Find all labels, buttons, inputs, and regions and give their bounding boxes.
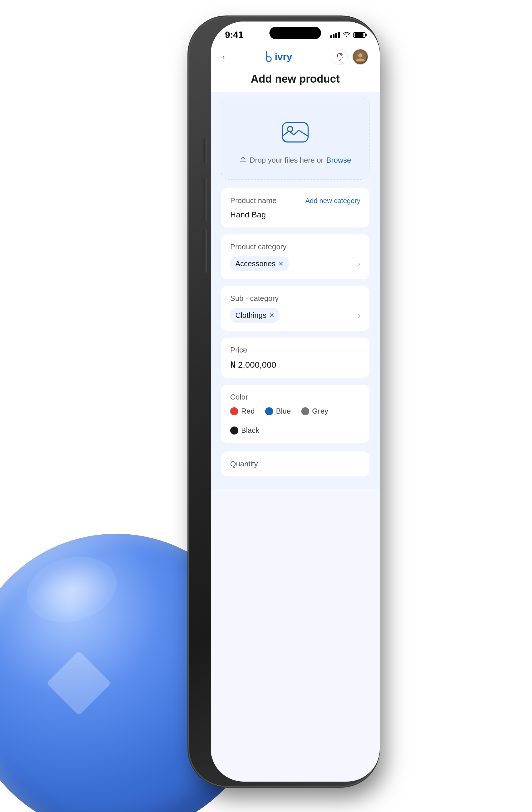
header-right-icons bbox=[331, 49, 368, 65]
logo-icon bbox=[264, 51, 273, 62]
category-chip-remove[interactable]: ✕ bbox=[278, 260, 283, 267]
browse-link[interactable]: Browse bbox=[326, 156, 351, 165]
blue-dot bbox=[265, 407, 273, 415]
color-option-red[interactable]: Red bbox=[230, 407, 255, 416]
sphere-diamond bbox=[46, 651, 111, 716]
svg-rect-3 bbox=[282, 122, 308, 142]
grey-dot bbox=[301, 407, 309, 415]
status-time: 9:41 bbox=[225, 30, 243, 40]
status-icons bbox=[330, 31, 366, 39]
upload-text: Drop your files here or Browse bbox=[239, 156, 351, 165]
price-label-row: Price bbox=[230, 346, 360, 354]
color-options: Red Blue Grey Black bbox=[230, 407, 360, 435]
volume-down-button bbox=[204, 230, 207, 273]
content-area: Drop your files here or Browse Product n… bbox=[211, 92, 380, 489]
battery-icon bbox=[353, 32, 366, 38]
mute-button bbox=[204, 138, 207, 163]
sub-category-chip-row: Clothings ✕ › bbox=[230, 308, 360, 323]
page-title: Add new product bbox=[222, 73, 368, 85]
product-name-input[interactable] bbox=[230, 210, 360, 219]
phone-mockup: 9:41 bbox=[172, 17, 396, 786]
product-name-section: Product name Add new category bbox=[221, 188, 369, 228]
back-button[interactable]: ‹ bbox=[222, 52, 225, 61]
sub-category-chevron-icon[interactable]: › bbox=[358, 311, 360, 320]
color-section: Color Red Blue Grey bbox=[221, 385, 369, 443]
svg-point-0 bbox=[340, 53, 342, 56]
quantity-label: Quantity bbox=[230, 460, 258, 468]
category-chips: Accessories ✕ bbox=[230, 257, 289, 271]
notification-button[interactable] bbox=[331, 49, 348, 65]
drop-text: Drop your files here or bbox=[250, 156, 323, 165]
color-label-blue: Blue bbox=[276, 407, 291, 416]
category-chip-text: Accessories bbox=[235, 259, 276, 268]
sub-category-section: Sub - category Clothings ✕ › bbox=[221, 286, 369, 331]
avatar[interactable] bbox=[352, 49, 368, 65]
color-label-red: Red bbox=[241, 407, 255, 416]
color-option-grey[interactable]: Grey bbox=[301, 407, 328, 416]
price-section: Price ₦ 2,000,000 bbox=[221, 337, 369, 378]
category-chip[interactable]: Accessories ✕ bbox=[230, 257, 289, 271]
sub-category-chip-text: Clothings bbox=[235, 311, 266, 320]
app-header: ‹ ivry bbox=[211, 43, 380, 71]
upload-zone[interactable]: Drop your files here or Browse bbox=[221, 98, 369, 179]
sub-category-chips: Clothings ✕ bbox=[230, 308, 280, 323]
signal-icon bbox=[330, 32, 340, 38]
price-value[interactable]: ₦ 2,000,000 bbox=[230, 360, 276, 369]
phone-frame: 9:41 bbox=[189, 17, 378, 786]
color-label: Color bbox=[230, 393, 248, 401]
add-category-button[interactable]: Add new category bbox=[305, 197, 360, 205]
product-name-label: Product name bbox=[230, 196, 277, 205]
category-label-row: Product category bbox=[230, 242, 360, 251]
product-name-label-row: Product name Add new category bbox=[230, 196, 360, 205]
color-option-blue[interactable]: Blue bbox=[265, 407, 291, 416]
sub-category-chip-remove[interactable]: ✕ bbox=[269, 312, 274, 319]
category-chip-row: Accessories ✕ › bbox=[230, 257, 360, 271]
sub-category-chip[interactable]: Clothings ✕ bbox=[230, 308, 280, 323]
sub-category-label: Sub - category bbox=[230, 294, 279, 303]
wifi-icon bbox=[343, 31, 350, 39]
black-dot bbox=[230, 426, 238, 435]
quantity-section: Quantity bbox=[221, 451, 369, 476]
sub-category-label-row: Sub - category bbox=[230, 294, 360, 303]
category-chevron-icon[interactable]: › bbox=[358, 259, 360, 269]
dynamic-island bbox=[269, 27, 321, 39]
red-dot bbox=[230, 407, 238, 415]
page-title-area: Add new product bbox=[211, 71, 380, 92]
sphere-highlight bbox=[19, 547, 124, 632]
price-label: Price bbox=[230, 346, 247, 354]
svg-point-4 bbox=[287, 127, 293, 132]
upload-icon-small bbox=[239, 156, 247, 165]
logo-text: ivry bbox=[275, 51, 292, 62]
product-category-section: Product category Accessories ✕ › bbox=[221, 234, 369, 279]
color-option-black[interactable]: Black bbox=[230, 426, 260, 435]
volume-up-button bbox=[204, 178, 207, 221]
upload-image-icon bbox=[280, 115, 311, 147]
logo-area: ivry bbox=[264, 51, 292, 62]
svg-point-2 bbox=[358, 53, 362, 57]
color-label-grey: Grey bbox=[312, 407, 328, 416]
product-category-label: Product category bbox=[230, 242, 287, 251]
phone-screen: 9:41 bbox=[211, 21, 380, 782]
color-label-black: Black bbox=[241, 426, 260, 435]
